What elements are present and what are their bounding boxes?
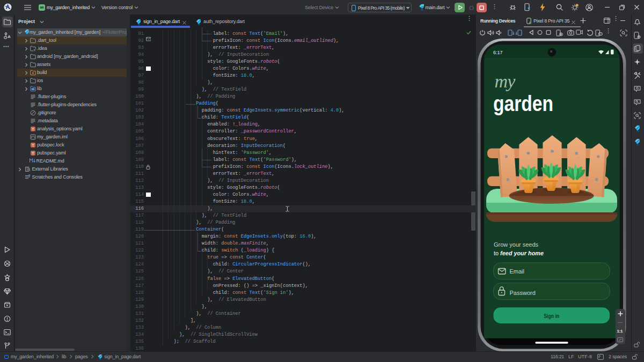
svg-text:my: my <box>494 71 516 91</box>
svg-text:Grow your seeds: Grow your seeds <box>494 241 539 248</box>
svg-text:Email: Email <box>510 268 525 275</box>
svg-text:garden: garden <box>493 91 553 116</box>
svg-text:Password: Password <box>510 290 536 296</box>
svg-text:Sign in: Sign in <box>544 313 559 319</box>
svg-text:6:17: 6:17 <box>493 50 503 55</box>
svg-text:to feed your home: to feed your home <box>494 250 544 256</box>
